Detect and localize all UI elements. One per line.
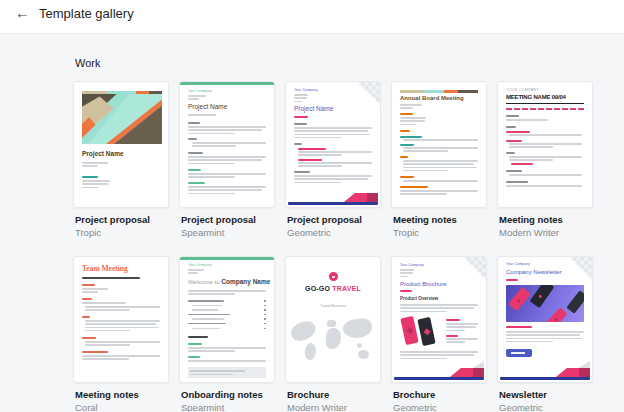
text-line [403, 147, 478, 149]
text-line [298, 151, 372, 153]
text-line-group [298, 151, 372, 158]
template-title: Brochure [287, 389, 381, 401]
template-card-project-proposal-spearmint[interactable]: Your Company Project Name Project propos… [179, 81, 275, 239]
text-line [82, 358, 129, 360]
text-line-group [188, 95, 206, 102]
text-line [294, 178, 368, 180]
template-title: Meeting notes [499, 214, 593, 226]
text-line-group [188, 186, 266, 196]
template-title: Project proposal [181, 214, 275, 226]
text-line-group [294, 94, 308, 104]
template-title: Newsletter [499, 389, 593, 401]
template-thumbnail: GO-GO TRAVEL Travel Brochure [285, 256, 381, 383]
text-line [400, 269, 414, 271]
text-line-group [509, 143, 582, 150]
text-line [400, 120, 425, 122]
thumb-subheading: Product Overview [400, 296, 438, 301]
dark-phone [417, 317, 435, 346]
section-title-work: Work [75, 57, 100, 69]
text-line [82, 355, 160, 357]
thumb-doc-title: Product Brochure [400, 281, 447, 287]
text-line [188, 156, 266, 158]
template-card-brochure-geometric[interactable]: Your Company Product Brochure Product Ov… [391, 256, 487, 412]
template-card-meeting-notes-coral[interactable]: Team Meeting Meeting notes Coral [73, 256, 169, 412]
text-line [188, 163, 235, 165]
pink-footer-shape [556, 368, 590, 377]
text-line [188, 347, 266, 349]
text-line-group [506, 331, 584, 344]
text-line-group [85, 306, 160, 313]
text-line [506, 185, 582, 187]
text-line [294, 182, 341, 184]
text-line [446, 330, 465, 332]
text-line [192, 145, 236, 147]
template-card-project-proposal-tropic[interactable]: Project Name Project proposal Tropic [73, 81, 169, 239]
text-line [403, 167, 477, 169]
text-line [294, 127, 372, 129]
color-bar [400, 90, 478, 93]
text-line [188, 186, 266, 188]
template-thumbnail: Team Meeting [73, 256, 169, 383]
text-line-group [82, 288, 108, 295]
text-line [400, 107, 413, 109]
text-line-group [446, 338, 478, 345]
text-line [400, 117, 426, 119]
text-line [446, 323, 478, 325]
text-line [509, 146, 553, 148]
text-line [400, 124, 416, 126]
text-line-group [188, 173, 266, 180]
template-thumbnail: Your Company Project Name [179, 81, 275, 208]
template-card-onboarding-notes-spearmint[interactable]: Your Company Welcome to Company Name [179, 256, 275, 412]
thumb-brand-dark: GO-GO [305, 285, 332, 292]
template-style: Spearmint [181, 402, 275, 412]
template-card-brochure-modern-writer[interactable]: GO-GO TRAVEL Travel Brochure Brochure [285, 256, 381, 412]
text-line [298, 154, 342, 156]
text-line-group [506, 119, 548, 122]
thumb-doc-title: Company Newsletter [506, 269, 562, 275]
thumb-doc-title: Project Name [82, 151, 124, 158]
text-line [82, 183, 109, 185]
text-line [400, 276, 408, 278]
text-line [446, 341, 465, 343]
text-line [400, 104, 422, 106]
pink-phone [400, 316, 418, 345]
text-line-group [403, 139, 478, 142]
text-line [294, 130, 368, 132]
text-line-group [85, 341, 160, 348]
text-line [85, 320, 160, 322]
text-line [506, 119, 548, 121]
thumb-company: Your Company [188, 263, 212, 267]
template-card-newsletter-geometric[interactable]: Your Company Company Newsletter [497, 256, 593, 412]
template-card-meeting-notes-modern-writer[interactable]: YOUR COMPANY MEETING NAME 09/04 [497, 81, 593, 239]
text-line [400, 193, 447, 195]
template-card-project-proposal-geometric[interactable]: Your Company Project Name Project [285, 81, 381, 239]
thumb-company: Your Company [294, 88, 318, 92]
text-line-group [509, 156, 582, 163]
text-line [188, 173, 266, 175]
text-line-group [294, 175, 372, 185]
text-line [506, 338, 582, 340]
text-line [400, 354, 474, 356]
text-line-group [509, 174, 582, 177]
text-line-group [82, 355, 160, 362]
back-arrow-icon[interactable]: ← [15, 4, 30, 22]
template-card-meeting-notes-tropic[interactable]: Annual Board Meeting Meeting notes Tropi… [391, 81, 487, 239]
text-line [509, 159, 553, 161]
text-line [294, 137, 341, 139]
text-line-group [509, 134, 582, 137]
cta-button [506, 349, 532, 357]
template-thumbnail: Your Company Product Brochure Product Ov… [391, 256, 487, 383]
text-line [403, 139, 478, 141]
text-line [188, 129, 262, 131]
text-line [85, 306, 160, 308]
text-line [403, 160, 478, 162]
checker-corner [463, 257, 486, 280]
template-title: Project proposal [287, 214, 381, 226]
text-line-group [400, 117, 426, 127]
text-line [506, 334, 580, 336]
text-line [294, 97, 307, 99]
text-line-group [188, 360, 266, 363]
text-line [403, 163, 474, 165]
checker-corner [569, 257, 592, 280]
text-line [82, 187, 99, 189]
